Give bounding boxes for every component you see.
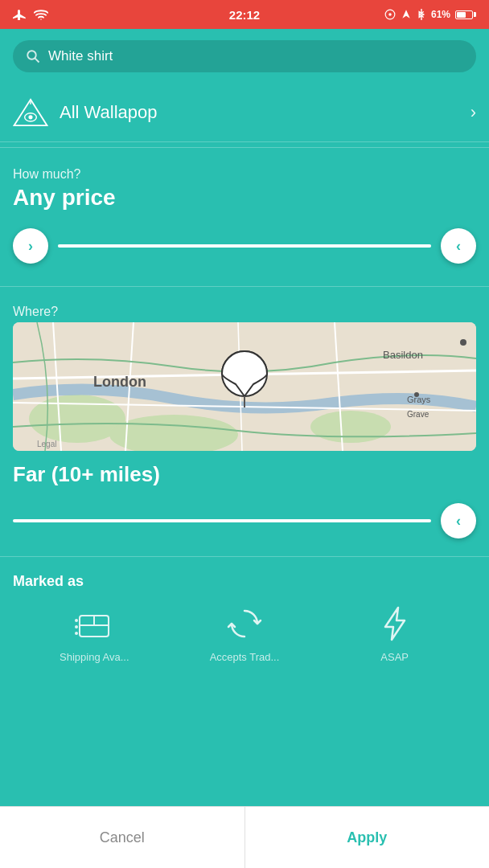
svg-text:Basildon: Basildon — [383, 349, 423, 361]
arrow-up-icon — [401, 9, 412, 20]
wallapop-label: All Wallapop — [60, 102, 471, 123]
svg-point-13 — [310, 411, 391, 443]
airplane-icon — [13, 9, 27, 20]
price-section: How much? Any price › ‹ — [0, 153, 489, 281]
search-input[interactable] — [48, 48, 463, 64]
distance-slider-thumb[interactable]: ‹ — [441, 503, 476, 538]
svg-line-5 — [35, 59, 39, 63]
chevron-left-small-icon: ‹ — [456, 238, 461, 255]
location-icon — [384, 9, 396, 20]
wifi-icon — [34, 9, 48, 20]
svg-point-35 — [75, 619, 78, 622]
price-slider-left-thumb[interactable]: › — [13, 228, 48, 264]
price-slider[interactable]: › ‹ — [13, 223, 476, 268]
divider-1 — [0, 147, 489, 148]
trade-icon — [224, 603, 265, 645]
status-right: 61% — [384, 9, 476, 20]
search-bar[interactable] — [13, 40, 476, 72]
svg-point-8 — [28, 115, 32, 119]
map-pin — [218, 348, 271, 412]
marked-item-trade[interactable]: Accepts Trad... — [204, 603, 285, 663]
wallapop-icon — [13, 95, 48, 130]
svg-point-26 — [414, 392, 419, 397]
chevron-left-icon: ‹ — [456, 513, 461, 530]
svg-point-2 — [388, 13, 392, 16]
svg-text:London: London — [93, 374, 146, 390]
marked-icons-row: Shipping Ava... Accepts Trad... ASAP — [13, 603, 476, 663]
svg-point-0 — [40, 18, 42, 20]
slider-track — [58, 244, 431, 248]
asap-label: ASAP — [380, 651, 409, 663]
where-section: Where? — [0, 292, 489, 319]
slider-track-fill — [58, 244, 431, 248]
distance-slider[interactable]: ‹ — [13, 498, 476, 543]
battery-percent: 61% — [431, 9, 450, 20]
cancel-button[interactable]: Cancel — [0, 807, 245, 868]
marked-section: Marked as Shipping Ava... — [0, 562, 489, 671]
bottom-bar: Cancel Apply — [0, 806, 489, 868]
price-subtitle: How much? — [13, 167, 476, 182]
chevron-right-icon: › — [471, 102, 476, 123]
status-time: 22:12 — [229, 8, 260, 22]
divider-2 — [0, 286, 489, 287]
bolt-icon — [374, 603, 416, 645]
svg-text:Grave: Grave — [407, 410, 429, 419]
distance-section: Far (10+ miles) ‹ — [0, 451, 489, 551]
shipping-label: Shipping Ava... — [60, 651, 129, 663]
svg-point-4 — [27, 51, 36, 59]
svg-point-25 — [460, 339, 466, 346]
marked-item-shipping[interactable]: Shipping Ava... — [54, 603, 134, 663]
status-left — [13, 9, 48, 20]
price-title: Any price — [13, 185, 476, 211]
shipping-icon — [73, 603, 115, 645]
svg-point-36 — [75, 625, 78, 628]
map-container[interactable]: London Basildon Grays Grave Legal — [13, 322, 476, 451]
svg-text:Grays: Grays — [407, 395, 431, 404]
marked-item-asap[interactable]: ASAP — [355, 603, 435, 663]
marked-label: Marked as — [13, 573, 476, 590]
distance-label: Far (10+ miles) — [13, 462, 476, 487]
apply-button[interactable]: Apply — [245, 807, 490, 868]
battery-icon — [455, 10, 476, 19]
search-icon — [26, 49, 40, 63]
wallapop-row[interactable]: All Wallapop › — [0, 84, 489, 142]
svg-text:Legal: Legal — [37, 440, 56, 448]
chevron-right-small-icon: › — [28, 238, 33, 255]
svg-point-37 — [75, 632, 78, 635]
trade-label: Accepts Trad... — [210, 651, 280, 663]
where-subtitle: Where? — [13, 305, 476, 319]
bluetooth-icon — [417, 9, 426, 20]
distance-slider-track — [13, 519, 431, 522]
divider-3 — [0, 556, 489, 557]
price-slider-right-thumb[interactable]: ‹ — [441, 228, 476, 264]
status-bar: 22:12 61% — [0, 0, 489, 29]
